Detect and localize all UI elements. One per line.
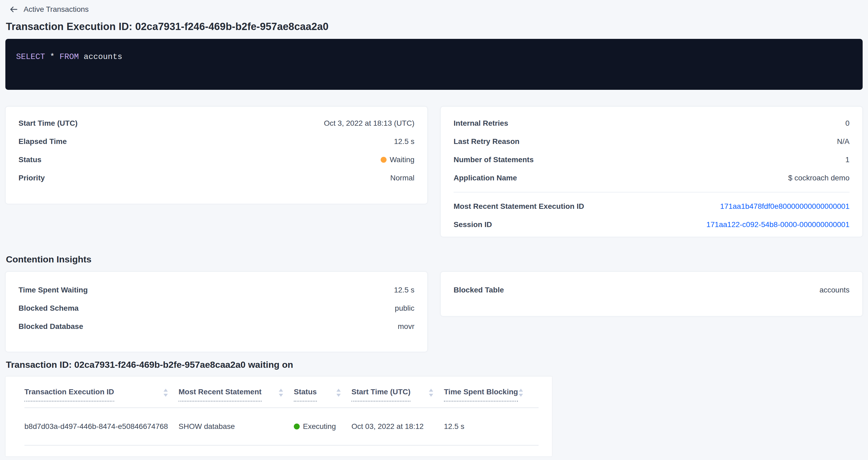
sql-table-name: accounts xyxy=(84,52,122,61)
column-header-label: Time Spent Blocking xyxy=(444,387,518,402)
most-recent-statement-execution-id-row: Most Recent Statement Execution ID 171aa… xyxy=(454,197,849,216)
overview-card-left: Start Time (UTC) Oct 3, 2022 at 18:13 (U… xyxy=(5,106,428,204)
status-row: Status Waiting xyxy=(19,151,414,169)
sort-icon xyxy=(518,388,524,399)
blocked-database-value: movr xyxy=(398,322,414,331)
statement-count-label: Number of Statements xyxy=(454,155,534,164)
page-title: Transaction Execution ID: 02ca7931-f246-… xyxy=(6,21,863,32)
cell-time-spent-blocking: 12.5 s xyxy=(444,408,534,445)
most-recent-statement-execution-id-link[interactable]: 171aa1b478fdf0e80000000000000001 xyxy=(720,202,849,211)
status-value: Waiting xyxy=(390,155,414,164)
cell-start-time: Oct 03, 2022 at 18:12 xyxy=(351,408,444,445)
contention-card-left: Time Spent Waiting 12.5 s Blocked Schema… xyxy=(5,272,428,352)
cell-status-value: Executing xyxy=(303,422,336,431)
blocked-schema-row: Blocked Schema public xyxy=(19,299,414,317)
sort-icon xyxy=(163,388,168,399)
sql-star: * xyxy=(50,52,55,61)
column-header-label: Transaction Execution ID xyxy=(24,387,114,402)
waiting-on-heading: Transaction ID: 02ca7931-f246-469b-b2fe-… xyxy=(6,360,863,370)
sort-icon xyxy=(336,388,341,399)
blocked-table-row: Blocked Table accounts xyxy=(454,281,849,299)
application-name-value: $ cockroach demo xyxy=(788,174,849,182)
column-header-label: Status xyxy=(294,387,317,402)
cell-transaction-execution-id: b8d7d03a-d497-446b-8474-e50846674768 xyxy=(24,408,179,445)
statement-count-value: 1 xyxy=(845,155,849,164)
cell-status: Executing xyxy=(294,408,351,445)
sql-keyword-select: SELECT xyxy=(16,52,45,61)
time-spent-waiting-row: Time Spent Waiting 12.5 s xyxy=(19,281,414,299)
overview-card-right: Internal Retries 0 Last Retry Reason N/A… xyxy=(440,106,863,237)
column-header-start-time[interactable]: Start Time (UTC) xyxy=(351,387,444,407)
blocked-schema-value: public xyxy=(395,304,414,313)
priority-value: Normal xyxy=(390,174,414,182)
contention-cards-row: Time Spent Waiting 12.5 s Blocked Schema… xyxy=(5,272,863,352)
status-label: Status xyxy=(19,155,41,164)
column-header-status[interactable]: Status xyxy=(294,387,351,407)
session-id-link[interactable]: 171aa122-c092-54b8-0000-000000000001 xyxy=(706,220,849,229)
internal-retries-value: 0 xyxy=(845,119,849,128)
column-header-most-recent-statement[interactable]: Most Recent Statement xyxy=(179,387,294,407)
back-link-active-transactions[interactable]: Active Transactions xyxy=(9,4,863,15)
blocked-database-label: Blocked Database xyxy=(19,322,83,331)
contention-insights-heading: Contention Insights xyxy=(6,254,863,265)
contention-card-right: Blocked Table accounts xyxy=(440,272,863,316)
start-time-row: Start Time (UTC) Oct 3, 2022 at 18:13 (U… xyxy=(19,114,414,132)
elapsed-time-label: Elapsed Time xyxy=(19,137,67,146)
last-retry-reason-label: Last Retry Reason xyxy=(454,137,520,146)
back-link-label: Active Transactions xyxy=(24,5,89,14)
card-divider xyxy=(454,192,849,192)
blocked-table-value: accounts xyxy=(819,286,849,294)
time-spent-waiting-label: Time Spent Waiting xyxy=(19,286,88,294)
transaction-details-page: Active Transactions Transaction Executio… xyxy=(0,0,868,460)
elapsed-time-value: 12.5 s xyxy=(394,137,414,146)
cell-most-recent-statement: SHOW database xyxy=(179,408,294,445)
most-recent-statement-execution-id-label: Most Recent Statement Execution ID xyxy=(454,202,584,211)
start-time-label: Start Time (UTC) xyxy=(19,119,78,128)
blocked-schema-label: Blocked Schema xyxy=(19,304,79,313)
priority-row: Priority Normal xyxy=(19,169,414,187)
session-id-row: Session ID 171aa122-c092-54b8-0000-00000… xyxy=(454,216,849,234)
sort-icon xyxy=(278,388,284,399)
last-retry-reason-row: Last Retry Reason N/A xyxy=(454,132,849,151)
status-badge: Waiting xyxy=(381,155,414,164)
elapsed-time-row: Elapsed Time 12.5 s xyxy=(19,132,414,151)
status-waiting-dot-icon xyxy=(381,157,386,163)
sort-icon xyxy=(428,388,434,399)
status-executing-dot-icon xyxy=(294,424,300,429)
back-arrow-icon xyxy=(9,5,18,14)
overview-cards-row: Start Time (UTC) Oct 3, 2022 at 18:13 (U… xyxy=(5,106,863,237)
column-header-transaction-execution-id[interactable]: Transaction Execution ID xyxy=(24,387,179,407)
waiting-on-table-header: Transaction Execution ID Most Recent Sta… xyxy=(24,377,538,408)
column-header-label: Most Recent Statement xyxy=(179,387,261,402)
application-name-row: Application Name $ cockroach demo xyxy=(454,169,849,187)
table-row: b8d7d03a-d497-446b-8474-e50846674768 SHO… xyxy=(24,408,538,446)
time-spent-waiting-value: 12.5 s xyxy=(394,286,414,294)
statement-count-row: Number of Statements 1 xyxy=(454,151,849,169)
sql-query-box: SELECT * FROM accounts xyxy=(5,39,863,90)
session-id-label: Session ID xyxy=(454,220,492,229)
start-time-value: Oct 3, 2022 at 18:13 (UTC) xyxy=(324,119,414,128)
waiting-on-table: Transaction Execution ID Most Recent Sta… xyxy=(5,376,552,457)
column-header-time-spent-blocking[interactable]: Time Spent Blocking xyxy=(444,387,534,407)
internal-retries-label: Internal Retries xyxy=(454,119,508,128)
application-name-label: Application Name xyxy=(454,174,517,182)
priority-label: Priority xyxy=(19,174,45,182)
last-retry-reason-value: N/A xyxy=(837,137,849,146)
sql-keyword-from: FROM xyxy=(60,52,79,61)
blocked-table-label: Blocked Table xyxy=(454,286,504,294)
blocked-database-row: Blocked Database movr xyxy=(19,317,414,336)
column-header-label: Start Time (UTC) xyxy=(351,387,410,402)
internal-retries-row: Internal Retries 0 xyxy=(454,114,849,132)
